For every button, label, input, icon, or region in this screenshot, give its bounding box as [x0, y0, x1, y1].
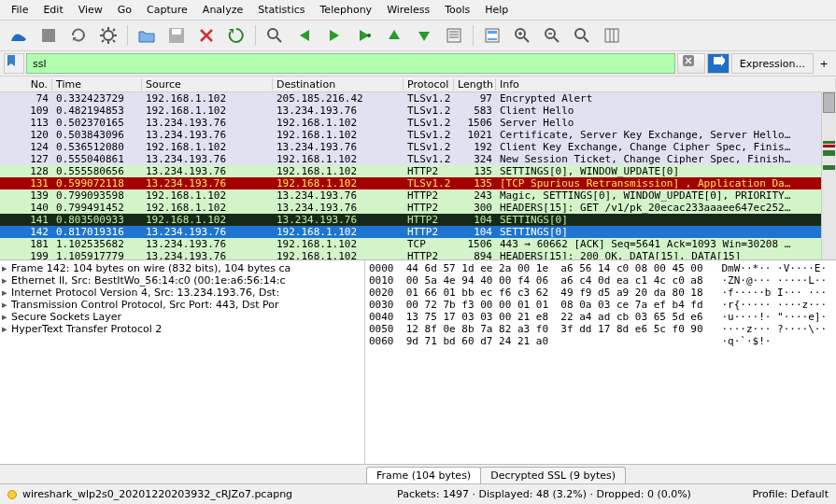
search-icon	[265, 26, 284, 45]
stop-capture-button[interactable]	[35, 22, 62, 49]
tree-item[interactable]: ▸Transmission Control Protocol, Src Port…	[0, 299, 364, 311]
restart-capture-button[interactable]	[65, 22, 92, 49]
tree-item[interactable]: ▸Internet Protocol Version 4, Src: 13.23…	[0, 287, 364, 299]
packet-row[interactable]: 1200.50384309613.234.193.76192.168.1.102…	[0, 129, 836, 141]
packet-list-scrollbar[interactable]	[821, 92, 836, 259]
tab-frame-bytes[interactable]: Frame (104 bytes)	[366, 467, 481, 483]
expand-icon[interactable]: ▸	[2, 287, 11, 299]
zoom-out-button[interactable]	[539, 22, 565, 49]
go-to-packet-button[interactable]	[351, 22, 377, 49]
packet-row[interactable]: 1310.59907211813.234.193.76192.168.1.102…	[0, 177, 836, 189]
tree-item[interactable]: ▸HyperText Transfer Protocol 2	[0, 323, 364, 335]
autoscroll-icon	[445, 26, 463, 45]
status-bar: wireshark_wlp2s0_20201220203932_cRJZo7.p…	[0, 484, 836, 504]
arrow-down-icon	[415, 26, 433, 45]
find-packet-button[interactable]	[262, 22, 288, 49]
col-header-info[interactable]: Info	[496, 78, 836, 91]
menu-tools[interactable]: Tools	[437, 2, 477, 18]
packet-row[interactable]: 1280.55558065613.234.193.76192.168.1.102…	[0, 165, 836, 177]
expand-icon[interactable]: ▸	[2, 274, 11, 287]
packet-row[interactable]: 1390.799093598192.168.1.10213.234.193.76…	[0, 189, 836, 202]
display-filter-input[interactable]	[26, 53, 675, 74]
menu-capture[interactable]: Capture	[139, 2, 195, 18]
packet-row[interactable]: 740.332423729192.168.1.102205.185.216.42…	[0, 92, 836, 105]
expression-button[interactable]: Expression...	[731, 53, 814, 74]
packet-row[interactable]: 1130.50237016513.234.193.76192.168.1.102…	[0, 117, 836, 129]
clear-icon	[682, 54, 701, 73]
go-forward-button[interactable]	[321, 22, 347, 49]
tree-item[interactable]: ▸Secure Sockets Layer	[0, 311, 364, 323]
menu-statistics[interactable]: Statistics	[250, 2, 312, 18]
col-header-no[interactable]: No.	[0, 78, 52, 91]
svg-rect-34	[605, 29, 618, 42]
menu-edit[interactable]: Edit	[35, 2, 70, 18]
svg-point-14	[268, 29, 277, 38]
expand-icon[interactable]: ▸	[2, 299, 11, 311]
packet-list-pane: No. Time Source Destination Protocol Len…	[0, 77, 836, 260]
packet-row[interactable]: 1090.482194853192.168.1.10213.234.193.76…	[0, 105, 836, 117]
add-filter-button[interactable]: +	[815, 53, 832, 74]
menu-analyze[interactable]: Analyze	[195, 2, 250, 18]
svg-point-1	[104, 31, 113, 40]
menu-view[interactable]: View	[71, 2, 110, 18]
stop-icon	[39, 26, 58, 45]
expert-info-button[interactable]	[7, 490, 17, 499]
tab-decrypted-ssl[interactable]: Decrypted SSL (9 bytes)	[480, 467, 626, 483]
packet-row[interactable]: 1270.55504086113.234.193.76192.168.1.102…	[0, 153, 836, 165]
svg-rect-24	[488, 38, 497, 40]
goto-icon	[355, 26, 374, 45]
reload-button[interactable]	[223, 22, 249, 49]
tree-item[interactable]: ▸Frame 142: 104 bytes on wire (832 bits)…	[0, 262, 364, 274]
menu-help[interactable]: Help	[477, 2, 516, 18]
col-header-dest[interactable]: Destination	[273, 78, 404, 91]
apply-filter-button[interactable]	[707, 53, 730, 74]
save-file-button[interactable]	[163, 22, 190, 49]
restart-icon	[69, 26, 88, 45]
packet-row[interactable]: 1400.799491452192.168.1.10213.234.193.76…	[0, 202, 836, 214]
packet-list-body[interactable]: 740.332423729192.168.1.102205.185.216.42…	[0, 92, 836, 259]
svg-line-15	[276, 37, 281, 42]
gear-icon	[99, 26, 118, 45]
go-last-button[interactable]	[411, 22, 437, 49]
svg-rect-17	[447, 29, 461, 42]
expand-icon[interactable]: ▸	[2, 323, 11, 335]
resize-columns-button[interactable]	[599, 22, 625, 49]
packet-row[interactable]: 1410.803500933192.168.1.10213.234.193.76…	[0, 214, 836, 226]
expand-icon[interactable]: ▸	[2, 311, 11, 323]
profile-label[interactable]: Profile: Default	[726, 488, 829, 500]
colorize-button[interactable]	[479, 22, 505, 49]
svg-point-32	[575, 29, 585, 38]
go-back-button[interactable]	[291, 22, 318, 49]
packet-row[interactable]: 1991.10591777913.234.193.76192.168.1.102…	[0, 250, 836, 259]
zoom-reset-button[interactable]	[569, 22, 595, 49]
clear-filter-button[interactable]	[677, 53, 705, 74]
packet-list-header: No. Time Source Destination Protocol Len…	[0, 77, 836, 92]
svg-line-30	[554, 37, 559, 42]
packet-bytes-pane[interactable]: 0000 44 6d 57 1d ee 2a 00 1e a6 56 14 c0…	[364, 260, 836, 464]
zoom-out-icon	[543, 26, 561, 45]
go-first-button[interactable]	[381, 22, 407, 49]
start-capture-button[interactable]	[6, 22, 32, 49]
menu-go[interactable]: Go	[110, 2, 139, 18]
col-header-length[interactable]: Length	[454, 78, 496, 91]
auto-scroll-button[interactable]	[441, 22, 467, 49]
svg-line-8	[113, 29, 115, 31]
expand-icon[interactable]: ▸	[2, 262, 11, 274]
open-file-button[interactable]	[134, 22, 160, 49]
packet-row[interactable]: 1240.536512080192.168.1.10213.234.193.76…	[0, 141, 836, 153]
tree-item[interactable]: ▸Ethernet II, Src: BestItWo_56:14:c0 (00…	[0, 274, 364, 287]
col-header-source[interactable]: Source	[142, 78, 273, 91]
capture-options-button[interactable]	[95, 22, 121, 49]
col-header-proto[interactable]: Protocol	[404, 78, 454, 91]
close-file-button[interactable]	[193, 22, 220, 49]
packet-details-pane[interactable]: ▸Frame 142: 104 bytes on wire (832 bits)…	[0, 260, 364, 464]
menu-wireless[interactable]: Wireless	[379, 2, 437, 18]
zoom-in-button[interactable]	[509, 22, 535, 49]
filter-bookmark-button[interactable]	[4, 53, 24, 74]
col-header-time[interactable]: Time	[52, 78, 142, 91]
packet-row[interactable]: 1420.81701931613.234.193.76192.168.1.102…	[0, 226, 836, 238]
arrow-left-icon	[295, 26, 314, 45]
menu-file[interactable]: File	[4, 2, 35, 18]
menu-telephony[interactable]: Telephony	[313, 2, 380, 18]
packet-row[interactable]: 1811.10253568213.234.193.76192.168.1.102…	[0, 238, 836, 250]
